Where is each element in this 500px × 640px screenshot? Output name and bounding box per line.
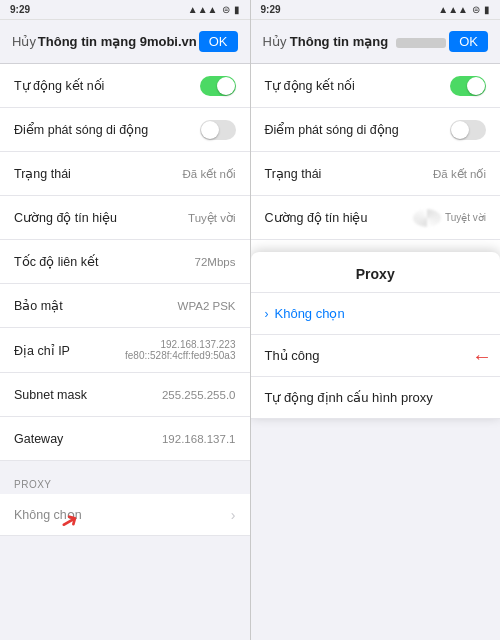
left-ok-button[interactable]: OK bbox=[199, 31, 238, 52]
r-status-value: Đã kết nối bbox=[433, 167, 486, 181]
time-right: 9:29 bbox=[261, 4, 281, 15]
list-item: Gateway 192.168.137.1 bbox=[0, 417, 250, 461]
section-gap bbox=[0, 461, 250, 473]
list-item: Cường độ tín hiệu Tuyệt vời bbox=[251, 196, 501, 240]
left-header-title: Thông tin mạng 9mobi.vn bbox=[36, 34, 199, 49]
r-status-label: Trạng thái bbox=[265, 166, 322, 181]
left-header: Hủy Thông tin mạng 9mobi.vn OK bbox=[0, 20, 250, 64]
list-item: Tự động kết nối bbox=[251, 64, 501, 108]
battery-icon: ▮ bbox=[234, 4, 240, 15]
status-bar-right: 9:29 ▲▲▲ ⊜ ▮ bbox=[251, 0, 501, 20]
proxy-option-manual[interactable]: Thủ công ← bbox=[251, 335, 501, 377]
proxy-section-header: PROXY bbox=[0, 473, 250, 494]
speed-label: Tốc độ liên kết bbox=[14, 254, 98, 269]
signal-blur-icon bbox=[413, 209, 441, 227]
list-item: Điểm phát sóng di động bbox=[0, 108, 250, 152]
gateway-label: Gateway bbox=[14, 432, 63, 446]
left-panel: 9:29 ▲▲▲ ⊜ ▮ Hủy Thông tin mạng 9mobi.vn… bbox=[0, 0, 250, 640]
security-label: Bảo mật bbox=[14, 298, 63, 313]
gateway-value: 192.168.137.1 bbox=[162, 433, 236, 445]
ip-value: 192.168.137.223fe80::528f:4cff:fed9:50a3 bbox=[125, 339, 235, 361]
hotspot-label: Điểm phát sóng di động bbox=[14, 122, 148, 137]
right-panel: 9:29 ▲▲▲ ⊜ ▮ Hủy Thông tin mạng OK Tự độ… bbox=[251, 0, 501, 640]
selected-check-icon: › bbox=[265, 307, 269, 321]
hotspot-toggle[interactable] bbox=[200, 120, 236, 140]
status-label: Trạng thái bbox=[14, 166, 71, 181]
list-item: Tự động kết nối bbox=[0, 64, 250, 108]
list-item: Trạng thái Đã kết nối bbox=[0, 152, 250, 196]
left-body: Tự động kết nối Điểm phát sóng di động T… bbox=[0, 64, 250, 640]
proxy-option-none-label: Không chọn bbox=[275, 306, 345, 321]
subnet-value: 255.255.255.0 bbox=[162, 389, 236, 401]
signal-icon-right: ▲▲▲ bbox=[438, 4, 468, 15]
right-cancel-button[interactable]: Hủy bbox=[263, 34, 287, 49]
list-item: Subnet mask 255.255.255.0 bbox=[0, 373, 250, 417]
manual-arrow-icon: ← bbox=[472, 344, 492, 367]
subnet-label: Subnet mask bbox=[14, 388, 87, 402]
proxy-option-auto-label: Tự động định cấu hình proxy bbox=[265, 390, 433, 405]
proxy-option-manual-label: Thủ công bbox=[265, 348, 320, 363]
status-value: Đã kết nối bbox=[183, 167, 236, 181]
proxy-dropdown: Proxy › Không chọn Thủ công ← Tự động đị… bbox=[251, 252, 501, 419]
list-item: Cường độ tín hiệu Tuyệt vời bbox=[0, 196, 250, 240]
signal-value: Tuyệt vời bbox=[188, 211, 235, 225]
speed-value: 72Mbps bbox=[195, 256, 236, 268]
proxy-option-auto[interactable]: Tự động định cấu hình proxy bbox=[251, 377, 501, 419]
status-bar-left: 9:29 ▲▲▲ ⊜ ▮ bbox=[0, 0, 250, 20]
list-item: Điểm phát sóng di động bbox=[251, 108, 501, 152]
right-ok-button[interactable]: OK bbox=[449, 31, 488, 52]
list-item: Bảo mật WPA2 PSK bbox=[0, 284, 250, 328]
list-item: Trạng thái Đã kết nối bbox=[251, 152, 501, 196]
r-hotspot-label: Điểm phát sóng di động bbox=[265, 122, 399, 137]
auto-connect-toggle[interactable] bbox=[200, 76, 236, 96]
battery-icon-right: ▮ bbox=[484, 4, 490, 15]
signal-icon: ▲▲▲ bbox=[188, 4, 218, 15]
wifi-icon-right: ⊜ bbox=[472, 4, 480, 15]
auto-connect-label: Tự động kết nối bbox=[14, 78, 104, 93]
proxy-option-none[interactable]: › Không chọn bbox=[251, 293, 501, 335]
proxy-item[interactable]: Không chọn › bbox=[0, 494, 250, 536]
left-cancel-button[interactable]: Hủy bbox=[12, 34, 36, 49]
status-icons-right: ▲▲▲ ⊜ ▮ bbox=[438, 4, 490, 15]
r-auto-connect-label: Tự động kết nối bbox=[265, 78, 355, 93]
chevron-right-icon: › bbox=[231, 507, 236, 523]
right-header: Hủy Thông tin mạng OK bbox=[251, 20, 501, 64]
status-icons-left: ▲▲▲ ⊜ ▮ bbox=[188, 4, 240, 15]
r-hotspot-toggle[interactable] bbox=[450, 120, 486, 140]
security-value: WPA2 PSK bbox=[178, 300, 236, 312]
r-signal-label: Cường độ tín hiệu bbox=[265, 210, 368, 225]
r-signal-value: Tuyệt vời bbox=[445, 212, 486, 223]
list-item: Địa chỉ IP 192.168.137.223fe80::528f:4cf… bbox=[0, 328, 250, 373]
r-auto-connect-toggle[interactable] bbox=[450, 76, 486, 96]
time-left: 9:29 bbox=[10, 4, 30, 15]
list-item: Tốc độ liên kết 72Mbps bbox=[0, 240, 250, 284]
signal-label: Cường độ tín hiệu bbox=[14, 210, 117, 225]
ip-label: Địa chỉ IP bbox=[14, 343, 70, 358]
wifi-icon: ⊜ bbox=[222, 4, 230, 15]
proxy-dropdown-title: Proxy bbox=[251, 252, 501, 293]
right-header-title: Thông tin mạng bbox=[286, 34, 449, 49]
